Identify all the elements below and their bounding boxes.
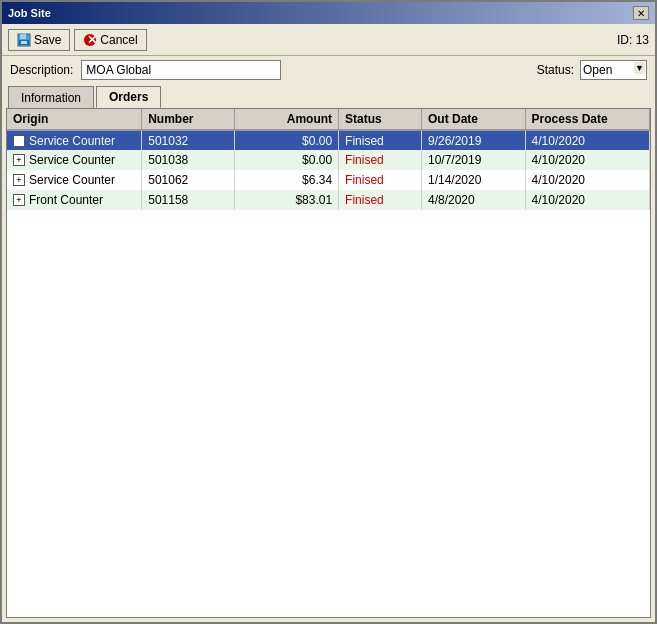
title-bar: Job Site ✕	[2, 2, 655, 24]
cell-status: Finised	[339, 190, 422, 210]
expand-button[interactable]: +	[13, 154, 25, 166]
cell-number: 501032	[142, 130, 235, 150]
table-row[interactable]: +Service Counter501038$0.00Finised10/7/2…	[7, 150, 650, 170]
cell-amount: $0.00	[235, 150, 339, 170]
cell-origin: +Front Counter	[7, 190, 142, 210]
table-row[interactable]: +Service Counter501062$6.34Finised1/14/2…	[7, 170, 650, 190]
cancel-button[interactable]: ✕ Cancel	[74, 29, 146, 51]
cancel-icon: ✕	[83, 33, 97, 47]
cell-number: 501062	[142, 170, 235, 190]
expand-button[interactable]: +	[13, 135, 25, 147]
svg-text:✕: ✕	[87, 33, 97, 47]
cell-processdate: 4/10/2020	[525, 150, 649, 170]
cell-amount: $83.01	[235, 190, 339, 210]
col-header-status: Status	[339, 109, 422, 130]
cell-outdate: 10/7/2019	[421, 150, 525, 170]
table-row[interactable]: +Front Counter501158$83.01Finised4/8/202…	[7, 190, 650, 210]
cell-origin: +Service Counter	[7, 130, 142, 150]
col-header-amount: Amount	[235, 109, 339, 130]
expand-button[interactable]: +	[13, 194, 25, 206]
content-area: Origin Number Amount Status Out Date Pro…	[6, 108, 651, 618]
main-window: Job Site ✕ Save ✕ Cancel ID: 13 Descript…	[0, 0, 657, 624]
cell-origin: +Service Counter	[7, 170, 142, 190]
window-title: Job Site	[8, 7, 51, 19]
description-label: Description:	[10, 63, 73, 77]
description-input[interactable]	[81, 60, 281, 80]
table-header-row: Origin Number Amount Status Out Date Pro…	[7, 109, 650, 130]
table-container: Origin Number Amount Status Out Date Pro…	[7, 109, 650, 617]
cell-outdate: 9/26/2019	[421, 130, 525, 150]
cell-status: Finised	[339, 170, 422, 190]
cell-number: 501158	[142, 190, 235, 210]
cell-outdate: 1/14/2020	[421, 170, 525, 190]
expand-button[interactable]: +	[13, 174, 25, 186]
description-bar: Description: Status: Open Closed Pending	[2, 56, 655, 84]
col-header-outdate: Out Date	[421, 109, 525, 130]
col-header-origin: Origin	[7, 109, 142, 130]
table-body: +Service Counter501032$0.00Finised9/26/2…	[7, 130, 650, 210]
save-icon	[17, 33, 31, 47]
svg-rect-1	[20, 34, 26, 39]
toolbar: Save ✕ Cancel ID: 13	[2, 24, 655, 56]
svg-rect-3	[21, 41, 27, 44]
cell-status: Finised	[339, 150, 422, 170]
tabs-bar: Information Orders	[2, 84, 655, 108]
save-label: Save	[34, 33, 61, 47]
cell-outdate: 4/8/2020	[421, 190, 525, 210]
cell-amount: $6.34	[235, 170, 339, 190]
cell-processdate: 4/10/2020	[525, 130, 649, 150]
table-row[interactable]: +Service Counter501032$0.00Finised9/26/2…	[7, 130, 650, 150]
status-section: Status: Open Closed Pending	[537, 60, 647, 80]
status-select[interactable]: Open Closed Pending	[580, 60, 647, 80]
status-select-wrapper: Open Closed Pending	[580, 60, 647, 80]
record-id: ID: 13	[617, 33, 649, 47]
cell-processdate: 4/10/2020	[525, 170, 649, 190]
col-header-number: Number	[142, 109, 235, 130]
save-button[interactable]: Save	[8, 29, 70, 51]
cell-origin: +Service Counter	[7, 150, 142, 170]
cell-amount: $0.00	[235, 130, 339, 150]
cell-number: 501038	[142, 150, 235, 170]
tab-information[interactable]: Information	[8, 86, 94, 108]
tab-orders[interactable]: Orders	[96, 86, 161, 108]
cancel-label: Cancel	[100, 33, 137, 47]
close-button[interactable]: ✕	[633, 6, 649, 20]
col-header-processdate: Process Date	[525, 109, 649, 130]
cell-processdate: 4/10/2020	[525, 190, 649, 210]
status-label: Status:	[537, 63, 574, 77]
cell-status: Finised	[339, 130, 422, 150]
orders-table: Origin Number Amount Status Out Date Pro…	[7, 109, 650, 210]
